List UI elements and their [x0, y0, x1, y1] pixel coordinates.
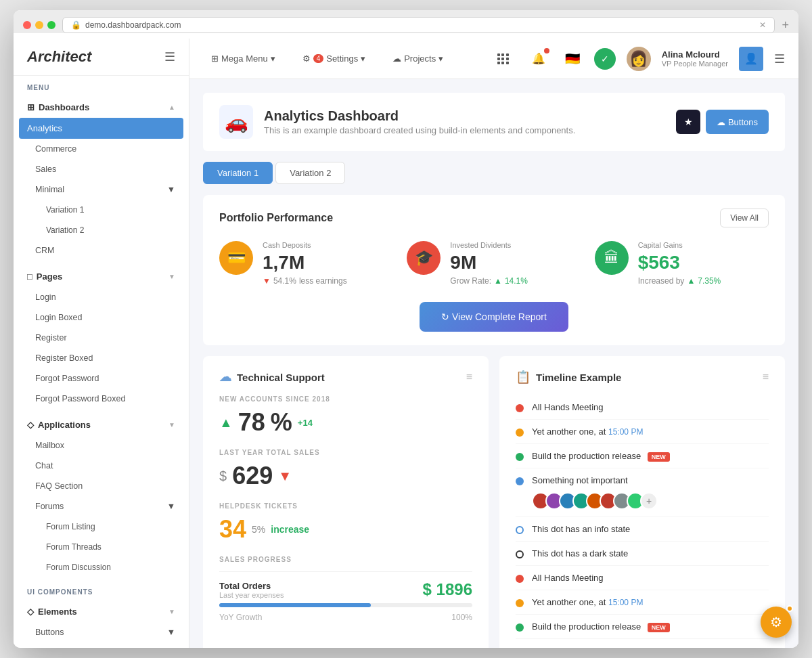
elements-section: ◇ Elements ▼ Buttons ▼ Standard	[14, 598, 189, 648]
tab-variation2[interactable]: Variation 2	[275, 162, 345, 184]
sidebar-item-commerce[interactable]: Commerce	[14, 139, 189, 159]
address-bar[interactable]: 🔒 demo.dashboardpack.com ✕	[62, 17, 775, 33]
minimal-label: Minimal	[35, 185, 64, 194]
sidebar-item-forums[interactable]: Forums ▼	[14, 496, 189, 517]
notification-btn[interactable]: 🔔	[526, 47, 551, 71]
sidebar-group-pages[interactable]: □ Pages ▼	[14, 266, 189, 287]
sidebar-item-variation1[interactable]: Variation 1	[14, 200, 189, 220]
sidebar-item-faq[interactable]: FAQ Section	[14, 476, 189, 496]
tab-variation1[interactable]: Variation 1	[203, 162, 273, 184]
pages-label: Pages	[37, 271, 62, 282]
variation1-label: Variation 1	[46, 205, 84, 215]
sidebar-header: Architect ☰	[14, 39, 189, 76]
new-tab-icon[interactable]: +	[782, 18, 789, 32]
nav-settings[interactable]: ⚙ 4 Settings ▾	[294, 49, 374, 68]
portfolio-card: Portfolio Performance View All 💳 Cash De…	[203, 195, 785, 345]
user-menu-btn[interactable]: 👤	[739, 47, 763, 71]
hamburger-icon[interactable]: ☰	[164, 49, 175, 64]
technical-support-menu[interactable]: ≡	[466, 371, 472, 383]
faq-label: FAQ Section	[35, 481, 83, 491]
sidebar-item-mailbox[interactable]: Mailbox	[14, 435, 189, 456]
capital-gains-sub: Increased by ▲ 7.35%	[638, 276, 769, 286]
analytics-label: Analytics	[27, 123, 62, 133]
sidebar-group-applications[interactable]: ◇ Applications ▼	[14, 414, 189, 435]
cash-deposits-arrow: ▼	[263, 276, 271, 286]
user-name: Alina Mclourd	[662, 49, 728, 60]
settings-label: Settings	[326, 53, 358, 64]
minimize-button[interactable]	[35, 21, 43, 29]
bell-icon: 🔔	[532, 52, 545, 65]
avatar-add[interactable]: +	[640, 492, 658, 510]
maximize-button[interactable]	[47, 21, 55, 29]
yoy-row: YoY Growth 100%	[219, 613, 472, 622]
buttons-dropdown[interactable]: ☁ Buttons	[706, 110, 769, 134]
logo: Architect	[27, 48, 91, 66]
bottom-grid: ☁ Technical Support ≡ NEW ACCOUNTS SINCE…	[203, 356, 785, 648]
forgot-password-boxed-label: Forgot Password Boxed	[35, 394, 125, 403]
capital-pct: 7.35%	[698, 276, 721, 286]
sidebar-item-forgot-password[interactable]: Forgot Password	[14, 368, 189, 389]
total-orders-sub: Last year expenses	[219, 591, 284, 599]
status-indicator[interactable]: ✓	[594, 48, 616, 70]
sidebar-item-chat[interactable]: Chat	[14, 456, 189, 476]
sidebar-item-minimal[interactable]: Minimal ▼	[14, 179, 189, 200]
view-all-button[interactable]: View All	[720, 209, 769, 227]
invested-arrow: ▲	[494, 276, 502, 286]
close-button[interactable]	[23, 21, 31, 29]
ts-5pct: 5%	[252, 524, 265, 535]
projects-chevron: ▾	[438, 53, 443, 64]
timeline-item-5: This dot has an info state	[516, 517, 769, 542]
grid-icon-btn[interactable]	[491, 47, 516, 71]
dashboards-expand-icon: ▲	[168, 104, 175, 111]
avatar-group: +	[532, 492, 658, 510]
technical-support-label: Technical Support	[237, 372, 325, 383]
timeline-header: 📋 Timeline Example ≡	[516, 370, 769, 385]
sidebar-item-forgot-password-boxed[interactable]: Forgot Password Boxed	[14, 389, 189, 409]
sidebar-item-login[interactable]: Login	[14, 287, 189, 307]
invested-value: 9M	[450, 252, 581, 273]
sidebar-group-dashboards[interactable]: ⊞ Dashboards ▲	[14, 97, 189, 118]
projects-icon: ☁	[392, 53, 401, 64]
sidebar-item-buttons[interactable]: Buttons ▼	[14, 622, 189, 642]
sidebar-item-register[interactable]: Register	[14, 328, 189, 348]
stat-cash-deposits: 💳 Cash Deposits 1,7M ▼ 54.1% less earnin…	[219, 241, 393, 286]
capital-gains-icon: 🏛	[595, 241, 629, 275]
invested-icon: 🎓	[407, 241, 441, 275]
sidebar-item-login-boxed[interactable]: Login Boxed	[14, 307, 189, 328]
view-complete-report-button[interactable]: ↻ View Complete Report	[420, 302, 568, 332]
gear-floating-button[interactable]: ⚙	[761, 607, 792, 638]
technical-support-title: ☁ Technical Support	[219, 370, 325, 385]
timeline-menu[interactable]: ≡	[763, 371, 769, 383]
forum-listing-label: Forum Listing	[46, 522, 95, 531]
nav-mega-menu[interactable]: ⊞ Mega Menu ▾	[203, 49, 284, 68]
sidebar-item-forum-listing[interactable]: Forum Listing	[14, 517, 189, 537]
page-title: Analytics Dashboard	[264, 108, 665, 124]
timeline-title-label: Timeline Example	[536, 372, 621, 383]
buttons-label: Buttons	[35, 628, 64, 637]
sidebar-item-forum-threads[interactable]: Forum Threads	[14, 537, 189, 557]
ts-34: 34	[219, 515, 246, 544]
crm-label: CRM	[35, 246, 54, 255]
timeline-dot-8	[516, 599, 524, 607]
close-tab-icon[interactable]: ✕	[759, 20, 766, 30]
hamburger-right-icon[interactable]: ☰	[774, 51, 785, 66]
sidebar-item-sales[interactable]: Sales	[14, 159, 189, 179]
sidebar-item-analytics[interactable]: Analytics	[19, 118, 183, 139]
sidebar-item-register-boxed[interactable]: Register Boxed	[14, 348, 189, 368]
settings-badge: 4	[313, 54, 324, 63]
capital-gains-value: $563	[638, 252, 769, 273]
sidebar-item-standard[interactable]: Standard	[14, 642, 189, 648]
timeline-text-1: All Hands Meeting	[532, 402, 769, 412]
cash-deposits-label: Cash Deposits	[263, 241, 393, 249]
timeline-time-8: 15:00 PM	[608, 598, 643, 607]
star-button[interactable]: ★	[676, 110, 700, 134]
capital-increased-text: Increased by	[638, 276, 685, 286]
sidebar-item-forum-discussion[interactable]: Forum Discussion	[14, 557, 189, 577]
user-avatar[interactable]: 👩	[627, 47, 651, 71]
sidebar-group-elements[interactable]: ◇ Elements ▼	[14, 601, 189, 622]
sidebar-item-crm[interactable]: CRM	[14, 240, 189, 261]
sidebar-item-variation2[interactable]: Variation 2	[14, 220, 189, 240]
language-flag[interactable]: 🇩🇪	[562, 48, 583, 70]
nav-projects[interactable]: ☁ Projects ▾	[384, 49, 451, 68]
dashboards-section: ⊞ Dashboards ▲ Analytics Commerce Sales …	[14, 94, 189, 263]
